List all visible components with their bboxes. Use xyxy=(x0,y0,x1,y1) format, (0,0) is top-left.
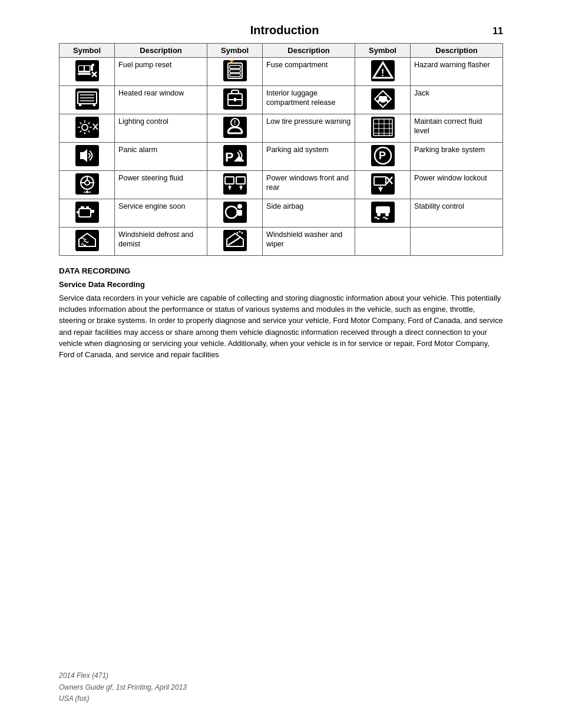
svg-marker-52 xyxy=(80,149,87,162)
col-symbol-3: Symbol xyxy=(355,44,410,58)
svg-marker-54 xyxy=(234,156,244,162)
svg-rect-6 xyxy=(92,64,94,66)
desc-lighting-control: Lighting control xyxy=(115,114,207,143)
service-engine-icon xyxy=(75,202,99,223)
footer: 2014 Flex (471) Owners Guide gf, 1st Pri… xyxy=(59,670,187,704)
table-row: Fuel pump reset ⚡ Fuse compartment xyxy=(59,58,503,86)
svg-rect-69 xyxy=(374,177,386,185)
desc-fuel-pump-reset: Fuel pump reset xyxy=(115,58,207,86)
svg-point-89 xyxy=(385,213,389,216)
svg-rect-63 xyxy=(225,177,234,184)
symbol-fuel-pump-reset xyxy=(59,58,115,86)
svg-rect-4 xyxy=(78,73,91,75)
desc-side-airbag: Side airbag xyxy=(263,199,355,228)
svg-point-83 xyxy=(237,204,242,209)
table-row: Heated rear window Interior luggage xyxy=(59,86,503,114)
symbol-windshield-washer xyxy=(207,228,262,256)
svg-rect-21 xyxy=(93,104,95,106)
stability-control-icon xyxy=(371,202,395,223)
symbol-side-airbag xyxy=(207,199,262,228)
desc-hazard-flasher: Hazard warning flasher xyxy=(411,58,503,86)
svg-rect-10 xyxy=(230,65,240,68)
symbol-power-window-lockout xyxy=(355,171,410,199)
svg-line-38 xyxy=(88,123,90,124)
col-symbol-1: Symbol xyxy=(59,44,115,58)
desc-fuse-compartment: Fuse compartment xyxy=(263,58,355,86)
svg-point-85 xyxy=(226,206,237,218)
svg-point-31 xyxy=(82,124,88,130)
desc-parking-aid: Parking aid system xyxy=(263,143,355,171)
desc-power-windows: Power windows front and rear xyxy=(263,171,355,199)
col-desc-3: Description xyxy=(411,44,503,58)
svg-text:P: P xyxy=(225,150,234,164)
fuse-compartment-icon: ⚡ xyxy=(223,60,247,81)
symbol-panic-alarm xyxy=(59,143,115,171)
svg-rect-20 xyxy=(79,104,81,106)
svg-rect-11 xyxy=(230,70,240,73)
symbol-lighting-control xyxy=(59,114,115,143)
col-symbol-2: Symbol xyxy=(207,44,262,58)
svg-point-88 xyxy=(377,213,381,216)
symbol-parking-brake: P xyxy=(355,143,410,171)
symbol-maintain-fluid xyxy=(355,114,410,143)
table-row: Windshield defrost and demist Windsh xyxy=(59,228,503,256)
desc-power-steering-fluid: Power steering fluid xyxy=(115,171,207,199)
svg-point-91 xyxy=(236,232,238,234)
footer-line3: USA (fus) xyxy=(59,693,187,704)
desc-low-tire-pressure: Low tire pressure warning xyxy=(263,114,355,143)
maintain-fluid-icon xyxy=(371,117,395,138)
heated-rear-window-icon xyxy=(75,88,99,110)
fuel-pump-reset-icon xyxy=(75,60,99,81)
data-recording-body: Service data recorders in your vehicle a… xyxy=(59,292,503,360)
power-windows-icon xyxy=(223,173,247,195)
data-recording-heading: DATA RECORDING xyxy=(59,266,503,275)
lighting-control-icon xyxy=(75,117,99,138)
symbol-jack xyxy=(355,86,410,114)
svg-rect-74 xyxy=(79,209,91,217)
interior-luggage-icon xyxy=(223,88,247,110)
svg-point-30 xyxy=(385,101,387,104)
svg-point-93 xyxy=(241,232,243,234)
jack-icon xyxy=(371,88,395,110)
parking-aid-icon: P xyxy=(223,145,247,166)
symbol-power-steering-fluid xyxy=(59,171,115,199)
footer-line1: 2014 Flex (471) xyxy=(59,670,187,681)
desc-jack: Jack xyxy=(411,86,503,114)
svg-rect-25 xyxy=(234,98,236,101)
data-recording-section: DATA RECORDING Service Data Recording Se… xyxy=(59,266,503,360)
svg-rect-3 xyxy=(85,66,90,71)
svg-rect-2 xyxy=(79,66,84,71)
desc-service-engine: Service engine soon xyxy=(115,199,207,228)
table-row: Panic alarm P Parking aid system xyxy=(59,143,503,171)
svg-point-58 xyxy=(85,180,90,185)
desc-interior-luggage: Interior luggage compartment release xyxy=(263,86,355,114)
desc-windshield-defrost: Windshield defrost and demist xyxy=(115,228,207,256)
symbol-low-tire-pressure: ! xyxy=(207,114,262,143)
side-airbag-icon xyxy=(223,202,247,223)
symbol-empty xyxy=(355,228,410,256)
hazard-flasher-icon: ! xyxy=(371,60,395,81)
col-desc-2: Description xyxy=(263,44,355,58)
desc-power-window-lockout: Power window lockout xyxy=(411,171,503,199)
desc-maintain-fluid: Maintain correct fluid level xyxy=(411,114,503,143)
parking-brake-icon: P xyxy=(371,145,395,166)
table-row: Service engine soon Sid xyxy=(59,199,503,228)
svg-rect-87 xyxy=(376,206,390,213)
svg-point-29 xyxy=(379,101,381,104)
symbol-power-windows xyxy=(207,171,262,199)
desc-parking-brake: Parking brake system xyxy=(411,143,503,171)
windshield-washer-icon xyxy=(223,230,247,251)
table-header-row: Symbol Description Symbol Description Sy… xyxy=(59,44,503,58)
page-number: 11 xyxy=(492,26,503,37)
svg-rect-12 xyxy=(230,74,240,77)
svg-point-92 xyxy=(239,231,240,233)
windshield-defrost-icon xyxy=(75,230,99,251)
symbol-fuse-compartment: ⚡ xyxy=(207,58,262,86)
page-header: Introduction 11 xyxy=(59,24,503,37)
table-row: Power steering fluid Power windows f xyxy=(59,171,503,199)
desc-stability-control: Stability control xyxy=(411,199,503,228)
symbol-interior-luggage xyxy=(207,86,262,114)
svg-line-90 xyxy=(228,237,241,245)
symbol-windshield-defrost xyxy=(59,228,115,256)
low-tire-pressure-icon: ! xyxy=(223,117,247,138)
